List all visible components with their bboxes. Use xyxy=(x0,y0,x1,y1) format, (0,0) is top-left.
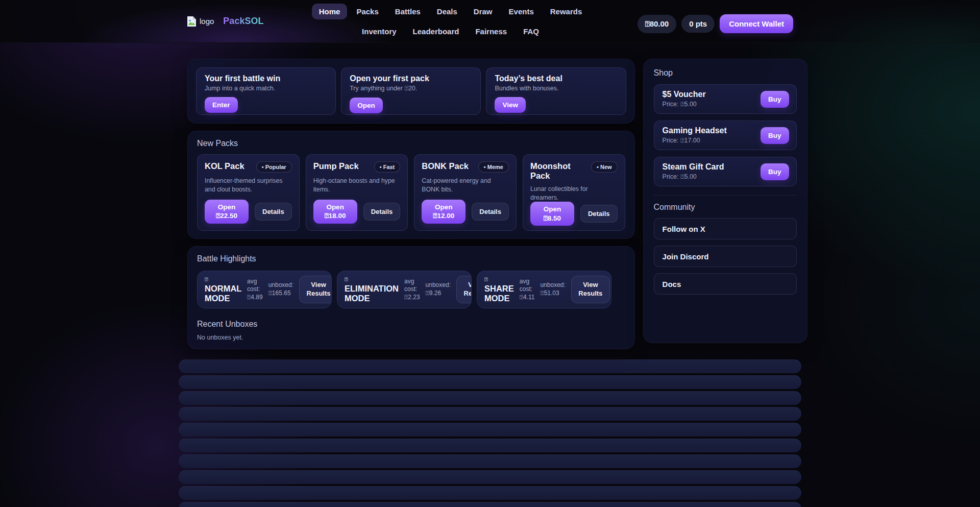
details-button[interactable]: Details xyxy=(363,203,401,221)
promo-desc: Bundles with bonuses. xyxy=(495,85,617,92)
open-label: Open xyxy=(435,203,453,212)
battle-highlights-heading: Battle Highlights xyxy=(197,254,625,263)
recent-unboxes-heading: Recent Unboxes xyxy=(197,320,625,329)
view-button[interactable]: View xyxy=(495,97,526,113)
open-label: Open xyxy=(326,203,344,212)
placeholder-row xyxy=(179,391,801,405)
pack-price: ⍰18.00 xyxy=(325,211,346,221)
buy-button[interactable]: Buy xyxy=(761,127,789,144)
avg-cost-label: avg cost: xyxy=(247,278,260,293)
balance-pill: ⍰80.00 xyxy=(638,15,677,33)
open-pack-button[interactable]: Open⍰12.00 xyxy=(422,200,465,224)
open-button[interactable]: Open xyxy=(350,98,383,113)
open-pack-button[interactable]: Open⍰22.50 xyxy=(205,200,249,224)
avg-cost-stat: avg cost: ⍰2.23 xyxy=(404,278,420,302)
avg-cost-label: avg cost: xyxy=(404,278,417,293)
recent-unboxes-empty-text: No unboxes yet. xyxy=(197,334,625,341)
promo-card-pack: Open your first pack Try anything under … xyxy=(341,67,481,115)
open-pack-button[interactable]: Open⍰18.00 xyxy=(313,200,357,224)
logo[interactable]: logo PackSOL xyxy=(187,16,263,27)
connect-wallet-button[interactable]: Connect Wallet xyxy=(720,14,793,33)
pack-desc: Influencer-themed surprises and clout bo… xyxy=(205,177,292,200)
details-button[interactable]: Details xyxy=(472,203,509,221)
view-results-button[interactable]: View Results xyxy=(299,276,332,303)
nav-events[interactable]: Events xyxy=(502,4,541,19)
unboxed-label: unboxed: xyxy=(426,281,451,288)
nav-home[interactable]: Home xyxy=(312,4,348,19)
open-label: Open xyxy=(218,203,236,212)
nav-leaderboard[interactable]: Leaderboard xyxy=(406,23,467,39)
new-packs-panel: New Packs KOL Pack • Popular Influencer-… xyxy=(187,131,635,239)
pack-card-bonk: BONK Pack • Meme Cat-powered energy and … xyxy=(414,154,517,231)
pack-name: Moonshot Pack xyxy=(530,161,588,181)
avg-cost-stat: avg cost: ⍰4.89 xyxy=(247,278,263,302)
buy-button[interactable]: Buy xyxy=(761,91,789,108)
pack-desc: Cat-powered energy and BONK bits. xyxy=(422,177,509,200)
view-results-button[interactable]: View Results xyxy=(571,276,610,303)
promo-title: Open your first pack xyxy=(350,74,472,83)
battle-card-normal: ⍰ NORMAL MODE avg cost: ⍰4.89 unboxed: ⍰… xyxy=(197,271,332,308)
unboxed-value: ⍰165.65 xyxy=(268,289,291,297)
pack-price: ⍰12.00 xyxy=(433,211,454,221)
pack-name: Pump Pack xyxy=(313,161,359,171)
shop-item-price: Price: ⍰17.00 xyxy=(663,137,727,144)
avg-cost-stat: avg cost: ⍰4.11 xyxy=(520,278,535,302)
promo-desc: Jump into a quick match. xyxy=(205,85,327,92)
pack-badge: • Meme xyxy=(478,161,509,173)
battle-card-elimination: ⍰ ELIMINATION MODE avg cost: ⍰2.23 unbox… xyxy=(337,271,472,308)
promo-desc: Try anything under ⍰20. xyxy=(350,85,472,92)
shop-item-name: $5 Voucher xyxy=(663,90,706,99)
pack-badge: • Fast xyxy=(374,161,401,173)
pack-name: BONK Pack xyxy=(422,161,469,171)
view-results-button[interactable]: View Results xyxy=(456,276,472,303)
details-button[interactable]: Details xyxy=(255,203,292,221)
header: logo PackSOL Home Packs Battles Deals Dr… xyxy=(0,0,980,43)
enter-button[interactable]: Enter xyxy=(205,97,238,113)
nav-deals[interactable]: Deals xyxy=(430,4,464,19)
brand-name: PackSOL xyxy=(223,16,263,27)
wallet-controls: ⍰80.00 0 pts Connect Wallet xyxy=(638,14,793,33)
join-discord-link[interactable]: Join Discord xyxy=(654,246,797,267)
nav-packs[interactable]: Packs xyxy=(349,4,385,19)
main-content: Your first battle win Jump into a quick … xyxy=(187,59,635,349)
placeholder-row xyxy=(179,423,801,437)
placeholder-rows xyxy=(179,359,801,507)
nav-rewards[interactable]: Rewards xyxy=(543,4,590,19)
buy-button[interactable]: Buy xyxy=(761,163,789,180)
shop-item-price: Price: ⍰5.00 xyxy=(663,173,724,181)
community-heading: Community xyxy=(654,203,797,212)
unboxed-value: ⍰51.03 xyxy=(540,289,559,297)
nav-inventory[interactable]: Inventory xyxy=(355,23,404,39)
promo-card-deal: Today’s best deal Bundles with bonuses. … xyxy=(486,67,626,115)
open-pack-button[interactable]: Open⍰8.50 xyxy=(530,202,574,226)
nav-faq[interactable]: FAQ xyxy=(516,23,546,39)
nav-battles[interactable]: Battles xyxy=(388,4,428,19)
nav-fairness[interactable]: Fairness xyxy=(468,23,514,39)
promo-card-battle: Your first battle win Jump into a quick … xyxy=(196,67,336,115)
promo-title: Your first battle win xyxy=(205,74,327,83)
broken-image-icon xyxy=(187,16,197,27)
shop-heading: Shop xyxy=(654,68,797,78)
shop-item-name: Steam Gift Card xyxy=(663,162,724,172)
placeholder-row xyxy=(179,502,801,507)
unboxed-stat: unboxed: ⍰165.65 xyxy=(268,281,293,297)
pack-desc: High-octane boosts and hype items. xyxy=(313,177,401,200)
pack-card-pump: Pump Pack • Fast High-octane boosts and … xyxy=(306,154,408,231)
pack-card-moonshot: Moonshot Pack • New Lunar collectibles f… xyxy=(523,154,625,231)
mode-emoji-placeholder-icon: ⍰ xyxy=(345,276,399,283)
unboxed-stat: unboxed: ⍰9.26 xyxy=(426,281,451,297)
shop-item-price: Price: ⍰5.00 xyxy=(663,101,706,108)
placeholder-row xyxy=(179,470,801,484)
details-button[interactable]: Details xyxy=(580,205,618,223)
mode-emoji-placeholder-icon: ⍰ xyxy=(205,276,241,283)
main-nav: Home Packs Battles Deals Draw Events Rew… xyxy=(287,4,614,39)
sidebar-divider xyxy=(654,195,797,196)
pack-card-kol: KOL Pack • Popular Influencer-themed sur… xyxy=(197,154,300,231)
follow-on-x-link[interactable]: Follow on X xyxy=(654,218,797,239)
shop-item-name: Gaming Headset xyxy=(663,126,727,135)
pack-desc: Lunar collectibles for dreamers. xyxy=(530,185,618,202)
mode-name: ELIMINATION MODE xyxy=(345,284,399,303)
docs-link[interactable]: Docs xyxy=(654,273,797,295)
nav-draw[interactable]: Draw xyxy=(467,4,500,19)
pack-badge: • Popular xyxy=(256,161,292,173)
